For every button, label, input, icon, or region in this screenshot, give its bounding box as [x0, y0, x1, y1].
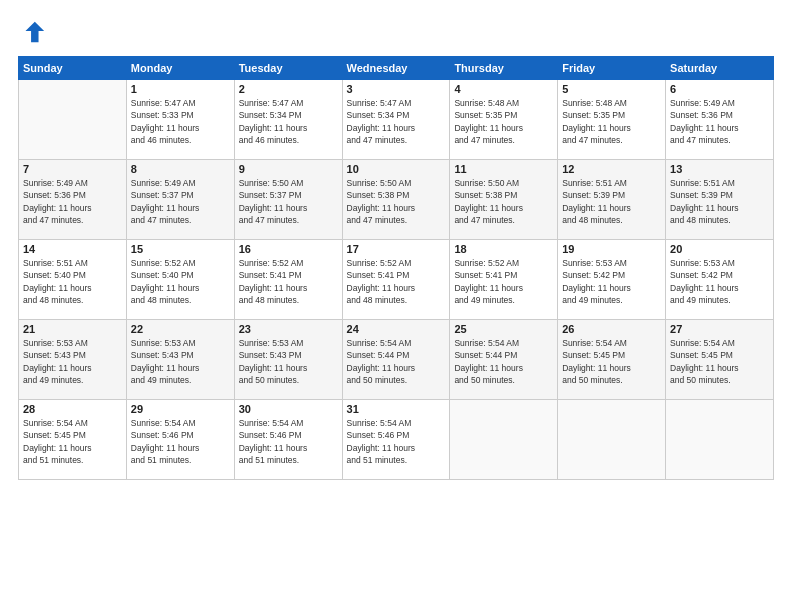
day-number: 23	[239, 323, 338, 335]
calendar-week-row: 28Sunrise: 5:54 AM Sunset: 5:45 PM Dayli…	[19, 400, 774, 480]
calendar-cell	[19, 80, 127, 160]
day-info: Sunrise: 5:54 AM Sunset: 5:44 PM Dayligh…	[347, 337, 446, 386]
calendar-cell: 5Sunrise: 5:48 AM Sunset: 5:35 PM Daylig…	[558, 80, 666, 160]
calendar-cell	[450, 400, 558, 480]
day-info: Sunrise: 5:48 AM Sunset: 5:35 PM Dayligh…	[454, 97, 553, 146]
day-number: 1	[131, 83, 230, 95]
day-number: 12	[562, 163, 661, 175]
calendar-cell: 15Sunrise: 5:52 AM Sunset: 5:40 PM Dayli…	[126, 240, 234, 320]
day-number: 17	[347, 243, 446, 255]
calendar-cell: 6Sunrise: 5:49 AM Sunset: 5:36 PM Daylig…	[666, 80, 774, 160]
day-number: 11	[454, 163, 553, 175]
day-info: Sunrise: 5:51 AM Sunset: 5:39 PM Dayligh…	[562, 177, 661, 226]
logo	[18, 18, 48, 46]
calendar-cell: 28Sunrise: 5:54 AM Sunset: 5:45 PM Dayli…	[19, 400, 127, 480]
day-number: 20	[670, 243, 769, 255]
day-info: Sunrise: 5:47 AM Sunset: 5:34 PM Dayligh…	[239, 97, 338, 146]
calendar-cell: 27Sunrise: 5:54 AM Sunset: 5:45 PM Dayli…	[666, 320, 774, 400]
day-number: 3	[347, 83, 446, 95]
day-number: 25	[454, 323, 553, 335]
weekday-header-row: SundayMondayTuesdayWednesdayThursdayFrid…	[19, 57, 774, 80]
calendar-cell: 8Sunrise: 5:49 AM Sunset: 5:37 PM Daylig…	[126, 160, 234, 240]
calendar-cell: 17Sunrise: 5:52 AM Sunset: 5:41 PM Dayli…	[342, 240, 450, 320]
calendar-week-row: 21Sunrise: 5:53 AM Sunset: 5:43 PM Dayli…	[19, 320, 774, 400]
day-number: 7	[23, 163, 122, 175]
calendar-cell: 13Sunrise: 5:51 AM Sunset: 5:39 PM Dayli…	[666, 160, 774, 240]
day-info: Sunrise: 5:54 AM Sunset: 5:44 PM Dayligh…	[454, 337, 553, 386]
weekday-header-tuesday: Tuesday	[234, 57, 342, 80]
calendar-cell	[666, 400, 774, 480]
calendar-cell: 4Sunrise: 5:48 AM Sunset: 5:35 PM Daylig…	[450, 80, 558, 160]
calendar-table: SundayMondayTuesdayWednesdayThursdayFrid…	[18, 56, 774, 480]
day-info: Sunrise: 5:51 AM Sunset: 5:40 PM Dayligh…	[23, 257, 122, 306]
day-number: 29	[131, 403, 230, 415]
calendar-cell: 2Sunrise: 5:47 AM Sunset: 5:34 PM Daylig…	[234, 80, 342, 160]
day-info: Sunrise: 5:50 AM Sunset: 5:38 PM Dayligh…	[347, 177, 446, 226]
day-number: 28	[23, 403, 122, 415]
day-number: 21	[23, 323, 122, 335]
weekday-header-monday: Monday	[126, 57, 234, 80]
day-info: Sunrise: 5:47 AM Sunset: 5:34 PM Dayligh…	[347, 97, 446, 146]
calendar-cell: 11Sunrise: 5:50 AM Sunset: 5:38 PM Dayli…	[450, 160, 558, 240]
day-number: 2	[239, 83, 338, 95]
calendar-cell: 9Sunrise: 5:50 AM Sunset: 5:37 PM Daylig…	[234, 160, 342, 240]
page-header	[18, 18, 774, 46]
calendar-cell: 20Sunrise: 5:53 AM Sunset: 5:42 PM Dayli…	[666, 240, 774, 320]
day-number: 16	[239, 243, 338, 255]
day-info: Sunrise: 5:54 AM Sunset: 5:46 PM Dayligh…	[347, 417, 446, 466]
day-info: Sunrise: 5:54 AM Sunset: 5:46 PM Dayligh…	[239, 417, 338, 466]
calendar-cell: 14Sunrise: 5:51 AM Sunset: 5:40 PM Dayli…	[19, 240, 127, 320]
calendar-cell: 18Sunrise: 5:52 AM Sunset: 5:41 PM Dayli…	[450, 240, 558, 320]
day-number: 30	[239, 403, 338, 415]
day-number: 14	[23, 243, 122, 255]
day-info: Sunrise: 5:53 AM Sunset: 5:43 PM Dayligh…	[239, 337, 338, 386]
day-info: Sunrise: 5:52 AM Sunset: 5:41 PM Dayligh…	[454, 257, 553, 306]
calendar-cell: 30Sunrise: 5:54 AM Sunset: 5:46 PM Dayli…	[234, 400, 342, 480]
day-number: 24	[347, 323, 446, 335]
day-number: 22	[131, 323, 230, 335]
day-info: Sunrise: 5:48 AM Sunset: 5:35 PM Dayligh…	[562, 97, 661, 146]
day-info: Sunrise: 5:50 AM Sunset: 5:37 PM Dayligh…	[239, 177, 338, 226]
day-info: Sunrise: 5:53 AM Sunset: 5:42 PM Dayligh…	[670, 257, 769, 306]
day-number: 15	[131, 243, 230, 255]
day-number: 4	[454, 83, 553, 95]
calendar-cell: 22Sunrise: 5:53 AM Sunset: 5:43 PM Dayli…	[126, 320, 234, 400]
day-info: Sunrise: 5:49 AM Sunset: 5:36 PM Dayligh…	[23, 177, 122, 226]
calendar-cell: 31Sunrise: 5:54 AM Sunset: 5:46 PM Dayli…	[342, 400, 450, 480]
day-number: 5	[562, 83, 661, 95]
day-number: 19	[562, 243, 661, 255]
day-info: Sunrise: 5:50 AM Sunset: 5:38 PM Dayligh…	[454, 177, 553, 226]
day-info: Sunrise: 5:51 AM Sunset: 5:39 PM Dayligh…	[670, 177, 769, 226]
calendar-cell: 21Sunrise: 5:53 AM Sunset: 5:43 PM Dayli…	[19, 320, 127, 400]
day-info: Sunrise: 5:54 AM Sunset: 5:46 PM Dayligh…	[131, 417, 230, 466]
day-number: 13	[670, 163, 769, 175]
day-number: 18	[454, 243, 553, 255]
day-info: Sunrise: 5:49 AM Sunset: 5:36 PM Dayligh…	[670, 97, 769, 146]
weekday-header-saturday: Saturday	[666, 57, 774, 80]
day-info: Sunrise: 5:54 AM Sunset: 5:45 PM Dayligh…	[670, 337, 769, 386]
calendar-cell: 1Sunrise: 5:47 AM Sunset: 5:33 PM Daylig…	[126, 80, 234, 160]
weekday-header-friday: Friday	[558, 57, 666, 80]
weekday-header-thursday: Thursday	[450, 57, 558, 80]
logo-icon	[18, 18, 46, 46]
calendar-week-row: 7Sunrise: 5:49 AM Sunset: 5:36 PM Daylig…	[19, 160, 774, 240]
day-number: 6	[670, 83, 769, 95]
day-info: Sunrise: 5:54 AM Sunset: 5:45 PM Dayligh…	[23, 417, 122, 466]
weekday-header-sunday: Sunday	[19, 57, 127, 80]
svg-marker-0	[25, 22, 44, 43]
day-number: 9	[239, 163, 338, 175]
calendar-cell: 29Sunrise: 5:54 AM Sunset: 5:46 PM Dayli…	[126, 400, 234, 480]
calendar-cell: 16Sunrise: 5:52 AM Sunset: 5:41 PM Dayli…	[234, 240, 342, 320]
day-info: Sunrise: 5:53 AM Sunset: 5:43 PM Dayligh…	[23, 337, 122, 386]
day-number: 8	[131, 163, 230, 175]
calendar-cell: 7Sunrise: 5:49 AM Sunset: 5:36 PM Daylig…	[19, 160, 127, 240]
calendar-cell	[558, 400, 666, 480]
day-info: Sunrise: 5:47 AM Sunset: 5:33 PM Dayligh…	[131, 97, 230, 146]
calendar-cell: 12Sunrise: 5:51 AM Sunset: 5:39 PM Dayli…	[558, 160, 666, 240]
day-number: 26	[562, 323, 661, 335]
day-info: Sunrise: 5:53 AM Sunset: 5:42 PM Dayligh…	[562, 257, 661, 306]
calendar-cell: 19Sunrise: 5:53 AM Sunset: 5:42 PM Dayli…	[558, 240, 666, 320]
day-number: 31	[347, 403, 446, 415]
day-info: Sunrise: 5:52 AM Sunset: 5:40 PM Dayligh…	[131, 257, 230, 306]
calendar-cell: 10Sunrise: 5:50 AM Sunset: 5:38 PM Dayli…	[342, 160, 450, 240]
